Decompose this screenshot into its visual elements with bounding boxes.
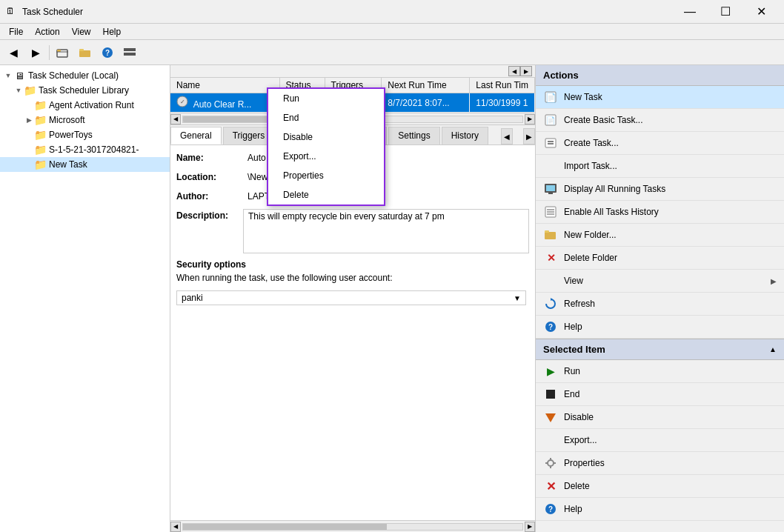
tab-scroll-right[interactable]: ▶ xyxy=(523,128,535,144)
expand-microsoft[interactable]: ▶ xyxy=(24,115,34,125)
action-label-create-basic: Create Basic Task... xyxy=(564,115,643,125)
toolbar-folder[interactable] xyxy=(75,43,96,62)
right-panel: Actions 📄 New Task 📄 Create Basic Task..… xyxy=(536,65,784,532)
selected-item-collapse[interactable]: ▲ xyxy=(769,345,777,353)
refresh-icon xyxy=(543,296,558,311)
detail-hscroll-right[interactable]: ▶ xyxy=(525,522,535,532)
col-name[interactable]: Name xyxy=(170,78,279,93)
action-sel-help[interactable]: ? Help xyxy=(536,498,784,521)
table-scroll-left[interactable]: ◀ xyxy=(508,66,520,76)
action-create-basic[interactable]: 📄 Create Basic Task... xyxy=(536,109,784,132)
tab-general[interactable]: General xyxy=(170,127,222,144)
context-end[interactable]: End xyxy=(268,108,384,125)
tree-item-root[interactable]: ▼ 🖥 Task Scheduler (Local) xyxy=(0,68,170,83)
action-refresh[interactable]: Refresh xyxy=(536,293,784,316)
action-help-top[interactable]: ? Help xyxy=(536,316,784,339)
svg-rect-3 xyxy=(79,49,84,51)
toolbar-open[interactable] xyxy=(53,43,73,62)
menu-help[interactable]: Help xyxy=(97,24,127,39)
toolbar-forward[interactable]: ▶ xyxy=(25,43,46,62)
actions-header: Actions xyxy=(536,65,784,86)
action-display-running[interactable]: Display All Running Tasks xyxy=(536,178,784,201)
tree-label-s15: S-1-5-21-3017204821- xyxy=(49,144,139,155)
action-sel-export[interactable]: Export... xyxy=(536,429,784,452)
action-sel-end[interactable]: End xyxy=(536,383,784,406)
tree-item-microsoft[interactable]: ▶ 📁 Microsoft xyxy=(0,113,170,127)
sel-properties-icon xyxy=(543,456,558,471)
hscroll-right[interactable]: ▶ xyxy=(525,114,535,124)
svg-text:📄: 📄 xyxy=(545,92,557,103)
selected-item-title: Selected Item xyxy=(543,344,605,355)
svg-rect-6 xyxy=(124,48,136,51)
task-nextrun-cell: 8/7/2021 8:07... xyxy=(382,93,470,113)
security-text: When running the task, use the following… xyxy=(176,273,393,283)
svg-rect-35 xyxy=(545,462,548,464)
tab-scroll-left[interactable]: ◀ xyxy=(501,128,513,144)
context-run[interactable]: Run xyxy=(268,89,384,108)
tree-item-s15[interactable]: ▶ 📁 S-1-5-21-3017204821- xyxy=(0,142,170,157)
svg-marker-31 xyxy=(545,413,556,422)
tree-item-library[interactable]: ▼ 📁 Task Scheduler Library xyxy=(0,83,170,98)
computer-icon: 🖥 xyxy=(13,70,25,82)
enable-history-icon xyxy=(543,205,558,219)
create-basic-icon: 📄 xyxy=(543,113,558,127)
col-lastrun[interactable]: Last Run Tim xyxy=(470,78,535,93)
action-import[interactable]: Import Task... xyxy=(536,155,784,178)
action-view[interactable]: View ▶ xyxy=(536,270,784,293)
tree-label-newtask: New Task xyxy=(49,159,87,170)
action-sel-properties[interactable]: Properties xyxy=(536,452,784,475)
menu-action[interactable]: Action xyxy=(29,24,65,39)
table-scroll-right[interactable]: ▶ xyxy=(520,66,532,76)
action-sel-delete[interactable]: ✕ Delete xyxy=(536,475,784,498)
svg-rect-24 xyxy=(545,232,556,239)
menu-file[interactable]: File xyxy=(3,24,29,39)
action-new-folder[interactable]: New Folder... xyxy=(536,224,784,247)
tab-history[interactable]: History xyxy=(442,127,488,144)
window-controls: — ☐ ✕ xyxy=(673,1,778,22)
action-label-refresh: Refresh xyxy=(564,299,595,309)
action-label-enable-history: Enable All Tasks History xyxy=(564,207,659,217)
sel-disable-icon xyxy=(543,410,558,425)
action-sel-disable[interactable]: Disable xyxy=(536,406,784,429)
expand-library[interactable]: ▼ xyxy=(13,85,24,96)
user-account-scroll[interactable]: ▼ xyxy=(514,294,521,302)
name-label: Name: xyxy=(176,151,243,163)
folder-icon-powertoys: 📁 xyxy=(34,129,46,141)
folder-icon-agent: 📁 xyxy=(34,99,46,111)
tree-item-powertoys[interactable]: ▶ 📁 PowerToys xyxy=(0,127,170,142)
action-new-task[interactable]: 📄 New Task xyxy=(536,86,784,109)
main-layout: ▼ 🖥 Task Scheduler (Local) ▼ 📁 Task Sche… xyxy=(0,65,784,532)
selected-item-header[interactable]: Selected Item ▲ xyxy=(536,339,784,360)
folder-icon-microsoft: 📁 xyxy=(34,114,46,126)
minimize-button[interactable]: — xyxy=(673,1,707,22)
toolbar-view[interactable] xyxy=(119,43,140,62)
detail-hscroll-left[interactable]: ◀ xyxy=(170,522,181,532)
description-value[interactable]: This will empty recycle bin every saturd… xyxy=(243,209,529,253)
hscroll-left[interactable]: ◀ xyxy=(170,114,181,124)
left-panel: ▼ 🖥 Task Scheduler (Local) ▼ 📁 Task Sche… xyxy=(0,65,170,532)
close-button[interactable]: ✕ xyxy=(744,1,778,22)
action-create-task[interactable]: Create Task... xyxy=(536,132,784,155)
task-lastrun-cell: 11/30/1999 1 xyxy=(470,93,535,113)
action-sel-run[interactable]: ▶ Run xyxy=(536,360,784,383)
toolbar-back[interactable]: ◀ xyxy=(3,43,24,62)
create-task-icon xyxy=(543,136,558,150)
action-label-new-folder: New Folder... xyxy=(564,230,617,240)
tree-item-newtask[interactable]: ▶ 📁 New Task xyxy=(0,157,170,172)
view-submenu-arrow: ▶ xyxy=(771,277,777,285)
tab-settings[interactable]: Settings xyxy=(388,127,439,144)
toolbar-help[interactable]: ? xyxy=(97,43,118,62)
col-nextrun[interactable]: Next Run Time xyxy=(382,78,470,93)
action-enable-history[interactable]: Enable All Tasks History xyxy=(536,201,784,224)
action-label-display-running: Display All Running Tasks xyxy=(564,184,665,194)
tree-item-agent[interactable]: ▶ 📁 Agent Activation Runt xyxy=(0,98,170,113)
user-account-field[interactable]: panki ▼ xyxy=(176,290,526,305)
action-label-import: Import Task... xyxy=(564,161,617,171)
display-running-icon xyxy=(543,182,558,196)
tree-label-microsoft: Microsoft xyxy=(49,115,85,125)
maximize-button[interactable]: ☐ xyxy=(708,1,743,22)
expand-root[interactable]: ▼ xyxy=(3,70,13,81)
menu-view[interactable]: View xyxy=(66,24,97,39)
action-delete-folder[interactable]: ✕ Delete Folder xyxy=(536,247,784,270)
action-label-sel-end: End xyxy=(564,389,579,399)
